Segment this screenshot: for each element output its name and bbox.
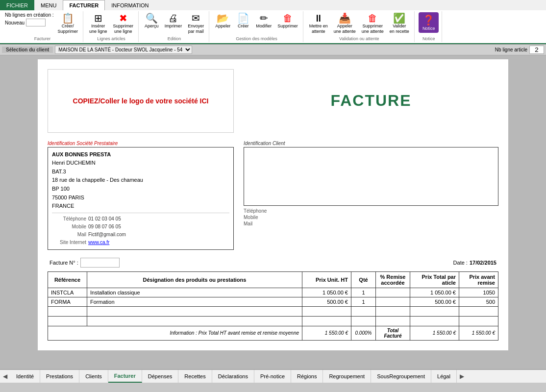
envoyer-mail-button[interactable]: ✉ Envoyerpar mail bbox=[186, 12, 206, 35]
cell-qty-1: 1 bbox=[351, 297, 376, 306]
cell-total-0: 1 050.00 € bbox=[410, 288, 459, 297]
prestataire-tel-row: Téléphone 01 02 03 04 05 bbox=[52, 215, 229, 223]
group-edition-label: Edition bbox=[168, 36, 181, 41]
client-selector: Sélection du client MAISON DE LA SANTÉ -… bbox=[2, 46, 192, 54]
prestataire-address2: 18 rue de la chappelle - Des chameau bbox=[52, 176, 229, 185]
table-footer-row: Information : Prix Total HT avant remise… bbox=[48, 326, 498, 340]
creer-modele-button[interactable]: 📄 Créer bbox=[234, 12, 252, 30]
modifier-button[interactable]: ✏ Modifier bbox=[254, 12, 273, 30]
tab-information[interactable]: INFORMATION bbox=[105, 0, 155, 10]
group-notice-label: Notice bbox=[422, 36, 435, 41]
group-lignes-articles: ⊞ Insérerune ligne ✖ Supprimerune ligne … bbox=[84, 11, 139, 42]
supprimer-modele-label: Supprimer bbox=[277, 24, 298, 29]
apercu-label: Aperçu bbox=[145, 24, 159, 29]
inserer-ligne-icon: ⊞ bbox=[94, 13, 102, 23]
appeler-attente-icon: 📥 bbox=[339, 13, 351, 23]
appeler-attente-button[interactable]: 📥 Appelerune attente bbox=[332, 12, 358, 35]
inserer-ligne-label: Insérerune ligne bbox=[89, 24, 107, 34]
client-mobile-row: Mobile bbox=[244, 214, 498, 220]
nb-ligne-article-label: Nb ligne article bbox=[495, 47, 527, 52]
prestataire-address1: BAT.3 bbox=[52, 168, 229, 176]
th-prix-avant: Prix avant remise bbox=[459, 271, 498, 288]
logo-text: COPIEZ/Coller le logo de votre société I… bbox=[73, 97, 209, 105]
imprimer-button[interactable]: 🖨 Imprimer bbox=[163, 12, 184, 30]
client-info-box: Identification Client Téléphone Mobile M… bbox=[244, 141, 498, 250]
supprimer-attente-label: Supprimerune attente bbox=[362, 24, 384, 34]
th-prix-total: Prix Total par aticle bbox=[410, 271, 459, 288]
cell-price-1: 500.00 € bbox=[302, 297, 351, 306]
nb-ligne-article-input[interactable] bbox=[529, 46, 544, 54]
bottom-tab-depenses[interactable]: Dépenses bbox=[142, 370, 179, 383]
creer-supprimer-button[interactable]: 📋 Créer/Supprimer bbox=[56, 12, 80, 35]
imprimer-label: Imprimer bbox=[165, 24, 182, 29]
bottom-tab-facturer[interactable]: Facturer bbox=[108, 370, 142, 383]
valider-recette-button[interactable]: ✅ Valideren recette bbox=[388, 12, 411, 35]
doc-header: COPIEZ/Coller le logo de votre société I… bbox=[48, 69, 498, 133]
group-validation: ⏸ Mettre enattente 📥 Appelerune attente … bbox=[304, 11, 415, 42]
modifier-label: Modifier bbox=[256, 24, 272, 29]
prestataire-mobile-row: Mobile 09 08 07 06 05 bbox=[52, 223, 229, 231]
invoice-date-area: Date : 17/02/2015 bbox=[453, 260, 496, 266]
appeler-button[interactable]: 📂 Appeler bbox=[213, 12, 232, 30]
cell-avant-1: 500 bbox=[459, 297, 498, 306]
group-facturer-label: Facturer bbox=[34, 36, 51, 41]
bottom-tab-pre-notice[interactable]: Pré-notice bbox=[254, 370, 291, 383]
bottom-tab-recettes[interactable]: Recettes bbox=[178, 370, 212, 383]
cell-price-0: 1 050.00 € bbox=[302, 288, 351, 297]
notice-button[interactable]: ❓ Notice bbox=[419, 12, 439, 33]
tab-fichier[interactable]: FICHIER bbox=[0, 0, 34, 10]
group-edition: 🔍 Aperçu 🖨 Imprimer ✉ Envoyerpar mail Ed… bbox=[140, 11, 209, 42]
nouveau-input[interactable] bbox=[26, 19, 46, 26]
ribbon: FICHIER MENU FACTURER INFORMATION Nb lig… bbox=[0, 0, 546, 45]
imprimer-icon: 🖨 bbox=[168, 13, 178, 23]
appeler-icon: 📂 bbox=[217, 13, 229, 23]
invoice-num-area: Facture N° : bbox=[50, 258, 120, 268]
creer-supprimer-label: Créer/Supprimer bbox=[58, 24, 78, 34]
tab-menu[interactable]: MENU bbox=[34, 0, 63, 10]
footer-total-ht: 1 550.00 € bbox=[302, 326, 351, 340]
invoice-num-input[interactable] bbox=[80, 258, 120, 268]
tab-nav-left[interactable]: ◀ bbox=[0, 371, 10, 382]
bottom-tab-identite[interactable]: Identité bbox=[10, 370, 40, 383]
prestataire-site[interactable]: www.ca.fr bbox=[88, 239, 109, 246]
envoyer-mail-icon: ✉ bbox=[192, 13, 200, 23]
apercu-button[interactable]: 🔍 Aperçu bbox=[143, 12, 161, 30]
footer-avant-remise: 1 550.00 € bbox=[459, 326, 498, 340]
bottom-tab-prestations[interactable]: Prestations bbox=[40, 370, 79, 383]
tab-nav-right[interactable]: ▶ bbox=[457, 371, 467, 382]
supprimer-attente-button[interactable]: 🗑 Supprimerune attente bbox=[360, 12, 386, 35]
selection-bar: Sélection du client MAISON DE LA SANTÉ -… bbox=[0, 45, 546, 55]
client-tel-row: Téléphone bbox=[244, 208, 498, 214]
cell-remise-1 bbox=[376, 297, 410, 306]
group-lignes-label: Lignes articles bbox=[97, 36, 125, 41]
table-header-row: Référence Désignation des produits ou pr… bbox=[48, 271, 498, 288]
client-select[interactable]: MAISON DE LA SANTÉ - Docteur SWOL Jacque… bbox=[55, 46, 192, 54]
bottom-tab-clients[interactable]: Clients bbox=[79, 370, 108, 383]
supprimer-modele-button[interactable]: 🗑 Supprimer bbox=[275, 12, 300, 30]
bottom-tab-regions[interactable]: Régions bbox=[291, 370, 323, 383]
supprimer-ligne-label: Supprimerune ligne bbox=[113, 24, 134, 34]
prestataire-mail: Fictif@gmail.com bbox=[88, 231, 126, 239]
bottom-tab-regroupement[interactable]: Regroupement bbox=[323, 370, 371, 383]
group-gestion-label: Gestion des modèles bbox=[236, 36, 277, 41]
bottom-tab-declarations[interactable]: Déclarations bbox=[212, 370, 254, 383]
inserer-ligne-button[interactable]: ⊞ Insérerune ligne bbox=[87, 12, 109, 35]
table-empty-row bbox=[48, 316, 498, 326]
supprimer-ligne-icon: ✖ bbox=[119, 13, 127, 23]
prestataire-address: AUX BONNES PRESTA Henri DUCHEMIN BAT.3 1… bbox=[48, 147, 234, 250]
group-gestion-modeles: 📂 Appeler 📄 Créer ✏ Modifier 🗑 Supprimer… bbox=[210, 11, 303, 42]
footer-info-text: Information : Prix Total HT avant remise… bbox=[48, 326, 302, 340]
bottom-tab-legal[interactable]: Légal bbox=[431, 370, 457, 383]
facture-title-area: FACTURE bbox=[244, 69, 498, 133]
bottom-tab-sous-regroupement[interactable]: SousRegroupement bbox=[371, 370, 431, 383]
tab-facturer[interactable]: FACTURER bbox=[63, 0, 105, 10]
prestataire-address3: BP 100 bbox=[52, 185, 229, 194]
prestataire-contact: Henri DUCHEMIN bbox=[52, 159, 229, 168]
mettre-attente-button[interactable]: ⏸ Mettre enattente bbox=[307, 12, 330, 35]
supprimer-ligne-button[interactable]: ✖ Supprimerune ligne bbox=[111, 12, 136, 35]
notice-icon: ❓ bbox=[422, 14, 435, 26]
creer-supprimer-icon: 📋 bbox=[62, 13, 74, 23]
document-area: COPIEZ/Coller le logo de votre société I… bbox=[38, 59, 508, 350]
facture-title: FACTURE bbox=[330, 92, 411, 110]
date-value: 17/02/2015 bbox=[470, 260, 496, 266]
